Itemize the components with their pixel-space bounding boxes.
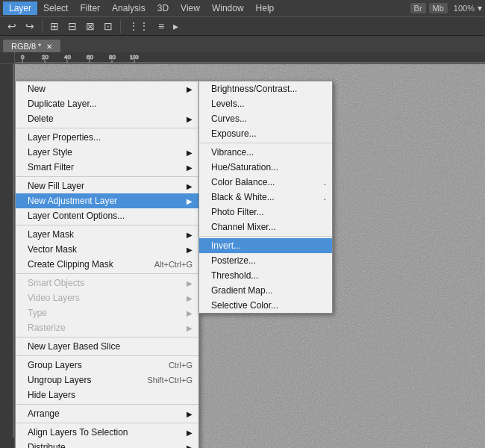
canvas-area: WWW.DU New ▶ Duplicate Layer... Delete ▶ <box>15 64 485 448</box>
zoom-arrow[interactable]: ▾ <box>478 3 482 13</box>
submenu-selective-color[interactable]: Selective Color... <box>199 298 332 313</box>
badge-br[interactable]: Br <box>410 3 426 13</box>
submenu-posterize[interactable]: Posterize... <box>199 253 332 268</box>
submenu-channel-mixer[interactable]: Channel Mixer... <box>199 220 332 234</box>
submenu-threshold[interactable]: Threshold... <box>199 268 332 283</box>
clipping-shortcut: Alt+Ctrl+G <box>154 260 193 269</box>
menu-item-new-fill[interactable]: New Fill Layer ▶ <box>16 178 198 193</box>
bw-dot: . <box>324 192 326 202</box>
badge-mb[interactable]: Mb <box>429 3 448 13</box>
menu-item-vector-mask[interactable]: Vector Mask ▶ <box>16 242 198 257</box>
sep-6 <box>16 355 198 356</box>
submenu-vibrance[interactable]: Vibrance... <box>199 145 332 160</box>
submenu-levels[interactable]: Levels... <box>199 96 332 111</box>
distribute-h-icon[interactable]: ⋮⋮ <box>125 19 152 34</box>
menu-item-group[interactable]: Group Layers Ctrl+G <box>16 358 198 373</box>
tabbar: RGB/8 * ✕ <box>0 36 485 52</box>
menu-window[interactable]: Window <box>206 1 250 15</box>
sep-5 <box>16 337 198 337</box>
video-arrow: ▶ <box>187 294 193 302</box>
rasterize-arrow: ▶ <box>187 324 193 332</box>
arrange-arrow: ▶ <box>187 410 193 418</box>
toolbar-sep-2 <box>120 19 121 33</box>
adjustment-submenu: Brightness/Contrast... Levels... Curves.… <box>198 81 333 314</box>
color-balance-dot: . <box>324 177 326 187</box>
menu-filter[interactable]: Filter <box>74 1 106 15</box>
submenu-brightness[interactable]: Brightness/Contrast... <box>199 81 332 96</box>
tab-close-icon[interactable]: ✕ <box>46 43 52 51</box>
menu-help[interactable]: Help <box>250 1 281 15</box>
svg-text:0: 0 <box>21 54 25 60</box>
layer-mask-arrow: ▶ <box>187 231 193 239</box>
new-arrow: ▶ <box>187 85 193 93</box>
menu-item-smart-objects[interactable]: Smart Objects ▶ <box>16 276 198 290</box>
adjustment-arrow: ▶ <box>187 197 193 205</box>
submenu-bw[interactable]: Black & White... . <box>199 190 332 205</box>
more-options-icon[interactable]: ▸ <box>170 19 181 34</box>
menu-view[interactable]: View <box>175 1 206 15</box>
toolbar: ↩ ↪ ⊞ ⊟ ⊠ ⊡ ⋮⋮ ≡ ▸ <box>0 16 485 36</box>
menu-item-type[interactable]: Type ▶ <box>16 305 198 320</box>
sep-4 <box>16 273 198 274</box>
align-arrow: ▶ <box>187 429 193 437</box>
active-tab[interactable]: RGB/8 * ✕ <box>3 40 60 52</box>
submenu-curves[interactable]: Curves... <box>199 111 332 126</box>
submenu-hue-sat[interactable]: Hue/Saturation... <box>199 160 332 175</box>
distribute-arrow: ▶ <box>187 444 193 449</box>
align-top-icon[interactable]: ⊡ <box>101 19 116 34</box>
menu-item-delete[interactable]: Delete ▶ <box>16 111 198 126</box>
menu-item-clipping[interactable]: Create Clipping Mask Alt+Ctrl+G <box>16 257 198 272</box>
sep-1 <box>16 128 198 128</box>
submenu-invert[interactable]: Invert... <box>199 238 332 253</box>
style-arrow: ▶ <box>187 149 193 157</box>
menu-item-layer-style[interactable]: Layer Style ▶ <box>16 145 198 160</box>
sep-2 <box>16 176 198 177</box>
submenu-gradient-map[interactable]: Gradient Map... <box>199 283 332 298</box>
ruler-area: 0 20 40 60 80 100 <box>0 52 485 64</box>
menu-item-layer-props[interactable]: Layer Properties... <box>16 130 198 145</box>
menu-item-distribute[interactable]: Distribute ▶ <box>16 440 198 448</box>
menubar: Layer Select Filter Analysis 3D View Win… <box>0 0 485 16</box>
menu-item-align[interactable]: Align Layers To Selection ▶ <box>16 425 198 440</box>
menu-item-hide[interactable]: Hide Layers <box>16 388 198 402</box>
layer-menu: New ▶ Duplicate Layer... Delete ▶ Layer … <box>15 81 199 448</box>
svg-text:100: 100 <box>130 55 139 60</box>
menu-item-ungroup[interactable]: Ungroup Layers Shift+Ctrl+G <box>16 373 198 388</box>
menu-item-new-slice[interactable]: New Layer Based Slice <box>16 339 198 354</box>
menu-3d[interactable]: 3D <box>151 1 175 15</box>
menu-select[interactable]: Select <box>37 1 74 15</box>
menu-item-layer-mask[interactable]: Layer Mask ▶ <box>16 227 198 242</box>
align-right-icon[interactable]: ⊠ <box>83 19 98 34</box>
sep-8 <box>16 423 198 423</box>
redo-icon[interactable]: ↪ <box>22 19 37 34</box>
svg-text:40: 40 <box>64 54 71 60</box>
tab-name: RGB/8 <box>11 42 36 51</box>
menu-item-arrange[interactable]: Arrange ▶ <box>16 406 198 421</box>
menu-item-new[interactable]: New ▶ <box>16 81 198 96</box>
submenu-exposure[interactable]: Exposure... <box>199 126 332 141</box>
svg-text:60: 60 <box>87 54 93 60</box>
sub-sep-1 <box>199 143 332 143</box>
menu-item-rasterize[interactable]: Rasterize ▶ <box>16 320 198 335</box>
menu-item-video-layers[interactable]: Video Layers ▶ <box>16 290 198 305</box>
ruler-corner <box>0 52 15 64</box>
submenu-color-balance[interactable]: Color Balance... . <box>199 175 332 190</box>
align-left-icon[interactable]: ⊞ <box>47 19 62 34</box>
menu-layer[interactable]: Layer <box>3 1 37 15</box>
delete-arrow: ▶ <box>187 115 193 123</box>
menubar-right: Br Mb 100% ▾ <box>410 3 482 13</box>
menu-item-layer-content[interactable]: Layer Content Options... <box>16 208 198 223</box>
menu-item-new-adjustment[interactable]: New Adjustment Layer ▶ <box>16 193 198 208</box>
undo-icon[interactable]: ↩ <box>4 19 19 34</box>
tab-marker: * <box>38 42 41 51</box>
menu-item-smart-filter[interactable]: Smart Filter ▶ <box>16 160 198 175</box>
distribute-v-icon[interactable]: ≡ <box>155 19 167 34</box>
menu-analysis[interactable]: Analysis <box>106 1 151 15</box>
menu-item-duplicate[interactable]: Duplicate Layer... <box>16 96 198 111</box>
submenu-photo-filter[interactable]: Photo Filter... <box>199 205 332 220</box>
svg-text:80: 80 <box>109 54 116 60</box>
align-center-h-icon[interactable]: ⊟ <box>65 19 80 34</box>
smart-filter-arrow: ▶ <box>187 164 193 172</box>
sep-3 <box>16 225 198 225</box>
svg-text:20: 20 <box>42 54 48 60</box>
